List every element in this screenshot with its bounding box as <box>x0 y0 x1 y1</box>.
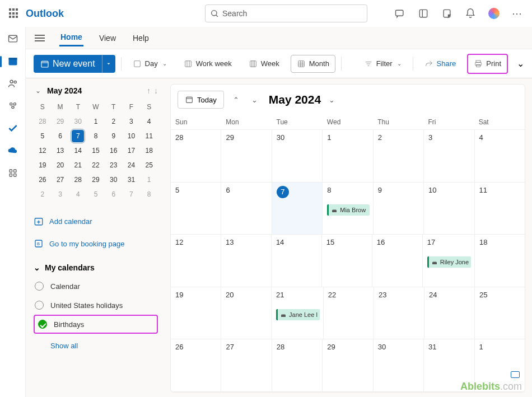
month-grid[interactable]: 28293012345678Mia Brow91011121314151617R… <box>171 130 525 392</box>
day-cell[interactable]: 27 <box>221 339 272 391</box>
mini-prev-month[interactable]: ↑ <box>147 86 151 95</box>
next-month[interactable]: ⌄ <box>248 96 261 104</box>
day-cell[interactable]: 13 <box>221 235 272 287</box>
mini-day[interactable]: 2 <box>105 114 123 129</box>
day-cell[interactable]: 8Mia Brow <box>323 183 373 235</box>
mini-day[interactable]: 31 <box>123 172 141 187</box>
day-cell[interactable]: 15 <box>322 235 372 287</box>
mini-day[interactable]: 28 <box>69 172 87 187</box>
zoom-indicator-icon[interactable] <box>511 371 520 378</box>
filter-button[interactable]: Filter⌄ <box>358 55 407 73</box>
mini-day[interactable]: 9 <box>105 129 123 143</box>
day-cell[interactable]: 2 <box>374 130 424 182</box>
add-calendar-link[interactable]: Add calendar <box>34 212 158 231</box>
birthday-event[interactable]: Jane Lee l <box>276 309 320 320</box>
birthday-event[interactable]: Riley Jone <box>427 256 471 268</box>
mini-day[interactable]: 25 <box>140 158 158 172</box>
mini-day[interactable]: 21 <box>69 158 87 172</box>
mini-day[interactable]: 5 <box>87 187 105 202</box>
day-cell[interactable]: 22 <box>324 287 374 339</box>
day-cell[interactable]: 11 <box>475 183 525 235</box>
day-cell[interactable]: 25 <box>475 287 525 339</box>
day-cell[interactable]: 26 <box>171 339 221 391</box>
teams-chat-icon[interactable] <box>394 8 405 19</box>
day-cell[interactable]: 5 <box>171 183 221 235</box>
mini-day[interactable]: 4 <box>69 187 87 202</box>
prev-month[interactable]: ⌃ <box>230 96 242 104</box>
day-cell[interactable]: 9 <box>374 183 424 235</box>
month-dropdown[interactable]: ⌄ <box>329 96 335 104</box>
day-cell[interactable]: 4 <box>475 130 525 182</box>
mini-day[interactable]: 27 <box>52 172 69 187</box>
calendar-rail-icon[interactable] <box>7 55 19 67</box>
day-cell[interactable]: 7 <box>272 183 323 235</box>
onedrive-rail-icon[interactable] <box>7 144 19 157</box>
mini-day[interactable]: 17 <box>123 143 141 158</box>
more-options[interactable]: ⋯ <box>512 7 523 20</box>
mini-day[interactable]: 28 <box>34 114 52 129</box>
day-cell[interactable]: 30 <box>374 339 424 391</box>
mini-day[interactable]: 10 <box>123 129 141 143</box>
mini-day[interactable]: 8 <box>87 129 105 143</box>
tab-home[interactable]: Home <box>59 29 83 46</box>
mini-day[interactable]: 13 <box>52 143 69 158</box>
view-day-button[interactable]: Day⌄ <box>127 55 172 73</box>
share-button[interactable]: Share <box>419 55 462 73</box>
mini-day[interactable]: 16 <box>105 143 123 158</box>
people-rail-icon[interactable] <box>7 77 19 90</box>
day-cell[interactable]: 29 <box>323 339 373 391</box>
mini-day[interactable]: 26 <box>34 172 52 187</box>
view-workweek-button[interactable]: Work week <box>178 55 237 73</box>
mini-day[interactable]: 11 <box>140 129 158 143</box>
mini-next-month[interactable]: ↓ <box>154 86 158 95</box>
view-week-button[interactable]: Week <box>243 55 285 73</box>
mail-rail-icon[interactable] <box>7 32 19 45</box>
mini-day[interactable]: 8 <box>140 187 158 202</box>
print-button[interactable]: Print <box>468 55 507 73</box>
mini-day[interactable]: 14 <box>69 143 87 158</box>
calendar-item-holidays[interactable]: United States holidays <box>34 296 158 315</box>
mini-day[interactable]: 7 <box>123 187 141 202</box>
today-button[interactable]: Today <box>178 91 224 109</box>
calendar-item-default[interactable]: Calendar <box>34 277 158 296</box>
day-cell[interactable]: 17Riley Jone <box>423 235 475 287</box>
mini-day[interactable]: 22 <box>87 158 105 172</box>
mini-day[interactable]: 3 <box>123 114 141 129</box>
mini-day[interactable]: 1 <box>140 172 158 187</box>
my-day-icon[interactable] <box>418 8 429 19</box>
new-event-button[interactable]: New event <box>34 55 115 73</box>
mini-day[interactable]: 29 <box>87 172 105 187</box>
day-cell[interactable]: 29 <box>221 130 272 182</box>
day-cell[interactable]: 16 <box>372 235 423 287</box>
mini-cal-collapse[interactable]: ⌄ <box>34 86 43 95</box>
mini-day[interactable]: 18 <box>140 143 158 158</box>
view-month-button[interactable]: Month <box>291 55 335 73</box>
day-cell[interactable]: 28 <box>171 130 221 182</box>
birthday-event[interactable]: Mia Brow <box>327 204 369 216</box>
day-cell[interactable]: 28 <box>272 339 323 391</box>
mini-day[interactable]: 2 <box>34 187 52 202</box>
notes-icon[interactable] <box>441 8 452 19</box>
calendar-item-birthdays[interactable]: Birthdays <box>34 315 158 334</box>
mini-day[interactable]: 4 <box>140 114 158 129</box>
mini-day[interactable]: 3 <box>52 187 69 202</box>
booking-page-link[interactable]: B Go to my booking page <box>34 234 158 253</box>
mini-day[interactable]: 15 <box>87 143 105 158</box>
day-cell[interactable]: 20 <box>221 287 272 339</box>
day-cell[interactable]: 24 <box>424 287 475 339</box>
mini-day[interactable]: 6 <box>52 129 69 143</box>
mini-day[interactable]: 1 <box>87 114 105 129</box>
day-cell[interactable]: 21Jane Lee l <box>272 287 324 339</box>
mini-day[interactable]: 5 <box>34 129 52 143</box>
day-cell[interactable]: 14 <box>272 235 322 287</box>
mini-day[interactable]: 24 <box>123 158 141 172</box>
day-cell[interactable]: 30 <box>272 130 323 182</box>
mini-day[interactable]: 20 <box>52 158 69 172</box>
day-cell[interactable]: 12 <box>171 235 221 287</box>
day-cell[interactable]: 19 <box>171 287 221 339</box>
day-cell[interactable]: 3 <box>424 130 474 182</box>
my-calendars-section[interactable]: ⌄ My calendars <box>34 263 158 272</box>
day-cell[interactable]: 23 <box>374 287 424 339</box>
mini-day[interactable]: 29 <box>52 114 69 129</box>
todo-rail-icon[interactable] <box>7 122 19 134</box>
